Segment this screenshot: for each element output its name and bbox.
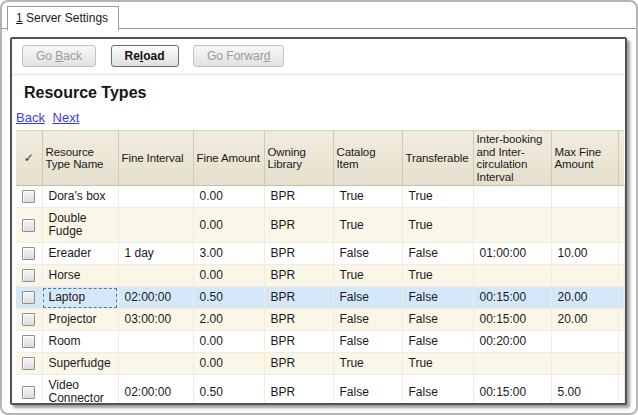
cell-fine-amount: 0.00 (193, 208, 264, 243)
cell-resource-type-name: Superfudge (42, 353, 118, 375)
cell-inter-booking-interval (473, 208, 551, 243)
page-title: Resource Types (24, 84, 625, 102)
cell-fine-interval (118, 265, 193, 287)
table-row[interactable]: Laptop 02:00:00 0.50 BPR False False 00:… (16, 287, 624, 309)
table-row[interactable]: Dora's box 0.00 BPR True True (16, 186, 624, 208)
cell-owning-library: BPR (264, 353, 333, 375)
cell-transferable: False (402, 309, 473, 331)
table-row[interactable]: Superfudge 0.00 BPR True True (16, 353, 624, 375)
cell-fine-amount: 3.00 (193, 243, 264, 265)
cell-owning-library: BPR (264, 208, 333, 243)
column-header-owning-library[interactable]: Owning Library (264, 131, 333, 186)
cell-resource-type-name: Laptop (42, 287, 118, 309)
cell-resource-type-name: Ereader (42, 243, 118, 265)
row-checkbox-cell (16, 331, 42, 353)
cell-catalog-item: True (333, 208, 402, 243)
go-forward-button[interactable]: Go Forward (193, 45, 284, 67)
cell-fine-interval: 03:00:00 (118, 309, 193, 331)
cell-filler (618, 309, 624, 331)
column-header-filler (618, 131, 624, 186)
cell-inter-booking-interval: 00:15:00 (473, 287, 551, 309)
cell-max-fine-amount (551, 265, 618, 287)
reload-button[interactable]: Reload (111, 45, 179, 67)
column-header-fine-amount[interactable]: Fine Amount (193, 131, 264, 186)
row-checkbox-cell (16, 186, 42, 208)
row-checkbox[interactable] (22, 190, 35, 203)
column-header-transferable[interactable]: Transferable (402, 131, 473, 186)
cell-filler (618, 331, 624, 353)
cell-fine-interval (118, 353, 193, 375)
cell-fine-interval (118, 186, 193, 208)
cell-filler (618, 353, 624, 375)
cell-inter-booking-interval: 00:15:00 (473, 309, 551, 331)
cell-fine-amount: 0.00 (193, 353, 264, 375)
cell-fine-amount: 0.50 (193, 287, 264, 309)
cell-max-fine-amount: 20.00 (551, 287, 618, 309)
cell-max-fine-amount (551, 186, 618, 208)
cell-max-fine-amount: 20.00 (551, 309, 618, 331)
cell-inter-booking-interval (473, 186, 551, 208)
toolbar: Go Back Reload Go Forward (12, 39, 625, 76)
row-checkbox[interactable] (22, 269, 35, 282)
cell-inter-booking-interval: 00:20:00 (473, 331, 551, 353)
cell-owning-library: BPR (264, 186, 333, 208)
cell-inter-booking-interval (473, 353, 551, 375)
table-row[interactable]: Room 0.00 BPR False False 00:20:00 (16, 331, 624, 353)
cell-catalog-item: True (333, 186, 402, 208)
cell-transferable: False (402, 375, 473, 406)
cell-resource-type-name: Video Connector (42, 375, 118, 406)
cell-owning-library: BPR (264, 243, 333, 265)
cell-filler (618, 186, 624, 208)
row-checkbox-cell (16, 243, 42, 265)
column-header-max-fine-amount[interactable]: Max Fine Amount (551, 131, 618, 186)
column-header-inter-booking-interval[interactable]: Inter-booking and Inter-circulation Inte… (473, 131, 551, 186)
resource-types-table: ✓ Resource Type Name Fine Interval Fine … (16, 130, 625, 405)
row-checkbox-cell (16, 309, 42, 331)
cell-resource-type-name: Projector (42, 309, 118, 331)
table-row[interactable]: Horse 0.00 BPR True True (16, 265, 624, 287)
cell-catalog-item: False (333, 375, 402, 406)
row-checkbox-cell (16, 375, 42, 406)
cell-catalog-item: False (333, 309, 402, 331)
back-link[interactable]: Back (16, 110, 45, 125)
cell-fine-interval: 02:00:00 (118, 375, 193, 406)
row-checkbox[interactable] (22, 357, 35, 370)
row-checkbox[interactable] (22, 386, 35, 399)
table-row[interactable]: Projector 03:00:00 2.00 BPR False False … (16, 309, 624, 331)
cell-catalog-item: False (333, 287, 402, 309)
select-all-column-header[interactable]: ✓ (16, 131, 42, 186)
row-checkbox-cell (16, 287, 42, 309)
screenshot-frame: 1 Server Settings Go Back Reload Go Forw… (0, 0, 638, 415)
go-back-button[interactable]: Go Back (22, 45, 96, 67)
cell-max-fine-amount (551, 331, 618, 353)
cell-catalog-item: False (333, 331, 402, 353)
tab-server-settings[interactable]: 1 Server Settings (7, 6, 119, 31)
row-checkbox[interactable] (22, 247, 35, 260)
cell-inter-booking-interval (473, 265, 551, 287)
table-row[interactable]: Ereader 1 day 3.00 BPR False False 01:00… (16, 243, 624, 265)
cell-fine-amount: 0.50 (193, 375, 264, 406)
tab-label: Server Settings (23, 11, 108, 25)
column-header-fine-interval[interactable]: Fine Interval (118, 131, 193, 186)
column-header-catalog-item[interactable]: Catalog Item (333, 131, 402, 186)
cell-fine-interval: 1 day (118, 243, 193, 265)
row-checkbox[interactable] (22, 313, 35, 326)
row-checkbox[interactable] (22, 219, 35, 232)
row-checkbox-cell (16, 353, 42, 375)
cell-fine-amount: 0.00 (193, 265, 264, 287)
cell-owning-library: BPR (264, 265, 333, 287)
cell-transferable: True (402, 353, 473, 375)
cell-transferable: True (402, 265, 473, 287)
table-row[interactable]: Double Fudge 0.00 BPR True True (16, 208, 624, 243)
row-checkbox[interactable] (22, 335, 35, 348)
next-link[interactable]: Next (53, 110, 80, 125)
cell-owning-library: BPR (264, 287, 333, 309)
cell-max-fine-amount (551, 353, 618, 375)
cell-fine-interval (118, 208, 193, 243)
cell-resource-type-name: Horse (42, 265, 118, 287)
cell-fine-amount: 2.00 (193, 309, 264, 331)
column-header-resource-type-name[interactable]: Resource Type Name (42, 131, 118, 186)
table-row[interactable]: Video Connector 02:00:00 0.50 BPR False … (16, 375, 624, 406)
cell-owning-library: BPR (264, 375, 333, 406)
row-checkbox[interactable] (22, 291, 35, 304)
